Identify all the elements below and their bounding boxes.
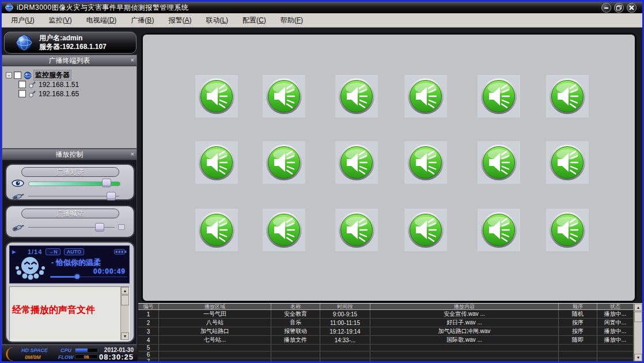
menu-item[interactable]: 配置(C) — [240, 14, 268, 27]
tree-node-server[interactable]: - 监控服务器 — [6, 71, 137, 80]
table-cell: 播放文件 — [271, 336, 320, 344]
column-header[interactable]: 名称 — [271, 304, 320, 310]
sound-file-listbox[interactable]: 经常播放的声音文件 ▲ ▼ — [9, 286, 130, 341]
tree-node-terminal[interactable]: 192.168.1.51 — [6, 80, 137, 89]
table-row[interactable]: 4七号站...播放文件14:33-...国际歌.wav ...随即播放中... — [138, 336, 634, 345]
minimize-button[interactable] — [601, 3, 611, 13]
speaker-tile[interactable] — [478, 75, 520, 118]
menu-item[interactable]: 电视端(D) — [84, 14, 119, 27]
panel-close-icon[interactable]: × — [131, 55, 134, 65]
column-header[interactable]: 编号 — [138, 304, 159, 310]
speaker-tile[interactable] — [546, 209, 589, 251]
tree-node-label[interactable]: 192.168.1.65 — [39, 90, 79, 98]
scroll-up-icon[interactable]: ▲ — [121, 287, 129, 294]
table-row[interactable]: 6 — [138, 351, 634, 358]
table-row[interactable]: 3加气站路口报警联动19:12-19:14加气站路口冲闸.wav按序播放中... — [138, 327, 634, 336]
speaker-icon[interactable] — [198, 211, 235, 248]
terminal-checkbox[interactable] — [18, 90, 26, 97]
speaker-tile[interactable] — [335, 75, 378, 118]
terminal-checkbox[interactable] — [18, 81, 26, 88]
speaker-icon[interactable] — [480, 144, 517, 181]
speaker-tile[interactable] — [263, 75, 305, 118]
speaker-icon[interactable] — [549, 144, 586, 181]
restore-button[interactable] — [614, 3, 624, 13]
panel-close-icon[interactable]: × — [131, 149, 134, 158]
scroll-down-icon[interactable]: ▼ — [634, 354, 642, 361]
speaker-tile[interactable] — [478, 209, 520, 251]
speaker-tile[interactable] — [478, 141, 520, 184]
progress-knob[interactable] — [75, 274, 79, 279]
slider-track[interactable] — [28, 196, 119, 196]
speaker-tile[interactable] — [546, 141, 589, 184]
speaker-icon[interactable] — [549, 211, 586, 248]
speaker-tile[interactable] — [404, 75, 447, 118]
table-row[interactable]: 5 — [138, 345, 634, 351]
listbox-scrollbar[interactable]: ▲ ▼ — [120, 287, 129, 340]
title-bar[interactable]: iDRM3000图像火灾与灾害事件早期侦测报警管理系统 — [2, 2, 642, 13]
playback-panel-header[interactable]: 播放控制 × — [2, 149, 137, 160]
speaker-icon[interactable] — [338, 211, 375, 248]
scrollbar-thumb[interactable] — [634, 312, 642, 322]
speaker-icon[interactable] — [338, 144, 375, 181]
column-header[interactable]: 播放内容 — [370, 304, 559, 310]
server-checkbox[interactable] — [14, 71, 21, 79]
scrollbar-thumb[interactable] — [121, 295, 129, 305]
slider-thumb[interactable] — [107, 192, 116, 201]
monitor-volume-slider[interactable] — [11, 178, 129, 190]
speaker-icon[interactable] — [407, 211, 444, 248]
menu-item[interactable]: 广播(B) — [128, 14, 156, 27]
speaker-icon[interactable] — [407, 78, 444, 115]
slider-thumb[interactable] — [102, 179, 111, 187]
mic-volume-slider[interactable] — [11, 191, 129, 201]
menu-item[interactable]: 用户(U) — [9, 14, 37, 27]
menu-item[interactable]: 监控(V) — [47, 14, 74, 27]
speaker-icon[interactable] — [266, 144, 302, 181]
speaker-tile[interactable] — [335, 209, 378, 251]
intercom-button[interactable]: 广播对讲 — [21, 167, 119, 177]
shout-button[interactable]: 广播喊话 — [21, 209, 119, 218]
speaker-tile[interactable] — [263, 209, 305, 251]
speaker-icon[interactable] — [266, 78, 302, 115]
scroll-up-icon[interactable]: ▲ — [634, 304, 642, 311]
progress-bar[interactable] — [50, 275, 127, 279]
shout-volume-slider[interactable] — [11, 222, 129, 233]
collapse-icon[interactable]: - — [6, 72, 12, 78]
menu-item[interactable]: 联动(L) — [203, 14, 230, 27]
user-info-panel: 用户名:admin 服务器:192.168.1.107 — [4, 32, 137, 54]
speaker-icon[interactable] — [198, 144, 235, 181]
tree-node-label[interactable]: 监控服务器 — [34, 70, 71, 80]
speaker-icon[interactable] — [198, 78, 235, 115]
terminal-panel-header[interactable]: 广播终端列表 × — [2, 55, 137, 66]
speaker-tile[interactable] — [404, 209, 447, 251]
menu-item[interactable]: 报警(A) — [166, 14, 194, 27]
slider-thumb[interactable] — [95, 223, 104, 232]
scroll-down-icon[interactable]: ▼ — [121, 332, 129, 340]
speaker-icon[interactable] — [549, 78, 586, 115]
table-scrollbar[interactable]: ▲ ▼ — [634, 304, 642, 361]
speaker-icon[interactable] — [338, 78, 375, 115]
column-header[interactable]: 播放区域 — [159, 304, 271, 310]
table-row[interactable]: 2八号站音乐11:00-11:15好日子.wav ...按序闲置中... — [138, 319, 634, 327]
close-button[interactable] — [627, 3, 637, 13]
server-globe-icon — [24, 71, 32, 80]
table-cell: 14:33-... — [320, 336, 370, 344]
menu-item[interactable]: 帮助(F) — [278, 14, 305, 27]
speaker-tile[interactable] — [404, 141, 447, 184]
column-header[interactable]: 顺序 — [559, 304, 597, 310]
speaker-icon[interactable] — [480, 211, 517, 248]
speaker-tile[interactable] — [263, 141, 305, 184]
table-row[interactable]: 1一号气田安全教育9:00-9:15安全宣传.wav ...随机播放中... — [138, 310, 634, 319]
tree-node-terminal[interactable]: 192.168.1.65 — [6, 89, 137, 98]
speaker-tile[interactable] — [195, 141, 238, 184]
speaker-tile[interactable] — [195, 209, 238, 251]
column-header[interactable]: 状态 — [597, 304, 634, 310]
table-row[interactable]: 7 — [138, 358, 634, 363]
speaker-tile[interactable] — [195, 75, 238, 118]
tree-node-label[interactable]: 192.168.1.51 — [39, 81, 79, 89]
speaker-tile[interactable] — [335, 141, 378, 184]
speaker-icon[interactable] — [480, 78, 517, 115]
speaker-icon[interactable] — [407, 144, 444, 181]
speaker-tile[interactable] — [546, 75, 589, 118]
speaker-icon[interactable] — [266, 211, 302, 248]
column-header[interactable]: 时间段 — [320, 304, 370, 310]
